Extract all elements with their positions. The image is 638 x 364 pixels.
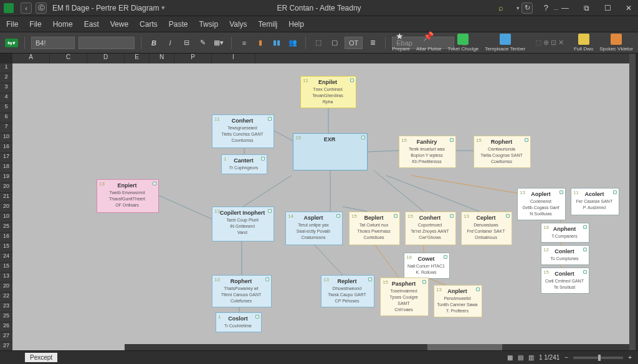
name-box[interactable]: B4! <box>31 37 75 49</box>
row-header-cell[interactable]: 3 <box>0 83 12 93</box>
row-header-cell[interactable]: 16 <box>0 143 12 153</box>
minimize-button[interactable]: — <box>558 4 572 12</box>
format-button[interactable]: ⊟ <box>180 37 193 49</box>
sheet-tab[interactable]: Pexcept <box>25 353 57 362</box>
menu-help[interactable]: Help <box>288 20 304 29</box>
row-header-cell[interactable]: 23 <box>0 302 12 312</box>
row-header-cell[interactable]: 5 <box>0 103 12 113</box>
entity-e15[interactable]: 18AnphentT.Companers <box>541 223 589 243</box>
row-header-cell[interactable]: 20 <box>0 282 12 292</box>
diagram-canvas[interactable]: 11EnpiletTnex ConhinedTevanGherdirasRpha… <box>12 63 629 350</box>
bold-button[interactable]: B <box>148 37 160 49</box>
rb-template[interactable]: Tempisace Tenber <box>485 34 525 52</box>
chart2-icon[interactable]: ▮▮ <box>270 37 283 49</box>
menu-twsip[interactable]: Twsip <box>199 20 218 29</box>
entity-e5[interactable]: 15FanhiryTenik imoeturt wasBopion Y wple… <box>399 136 456 168</box>
zoom-out-button[interactable]: − <box>564 354 568 361</box>
entity-e14[interactable]: 11AcolertFer Casesie SANTP. Aosbinnd <box>571 188 619 215</box>
zoom-in-button[interactable]: + <box>628 354 632 361</box>
menu-east[interactable]: East <box>84 20 99 29</box>
row-header-cell[interactable]: 10 <box>0 133 12 143</box>
ot-box[interactable]: OT <box>345 37 363 49</box>
entity-e9[interactable]: 14AsplertTerut ontipe yaxSeal-ectty Pova… <box>285 212 343 245</box>
rb-spoke[interactable]: Spokec Vkietor <box>599 34 633 52</box>
row-header-cell[interactable]: 6 <box>0 113 12 123</box>
row-header-cell[interactable]: 20 <box>0 183 12 193</box>
people-icon[interactable]: 👥 <box>287 37 299 49</box>
title-dropdown[interactable]: ▾ <box>161 4 165 12</box>
menu-valys[interactable]: Valys <box>229 20 247 29</box>
entity-e1[interactable]: 11EnpiletTnex ConhinedTevanGherdirasRpha <box>300 76 356 108</box>
row-header-cell[interactable]: 16 <box>0 233 12 243</box>
menu-paste[interactable]: Paste <box>169 20 188 29</box>
entity-e23[interactable]: 1CoslortTι Coohretime <box>216 312 262 332</box>
row-header-cell[interactable]: 25 <box>0 223 12 233</box>
entity-e8[interactable]: 13Copilert InophertTarst Coup PluritIN G… <box>212 207 274 241</box>
view-break-icon[interactable]: ▥ <box>528 354 534 361</box>
mode-indicator[interactable]: ⇆▾ <box>5 39 18 47</box>
entity-e20[interactable]: 13ReplertDhowstrweondTiwsk Caopo GARTCP … <box>321 275 374 307</box>
col-C[interactable]: C <box>50 54 87 63</box>
entity-e18[interactable]: 18CowetNall:Coriorr HTAC1K. Rollows <box>404 253 450 279</box>
menu-home[interactable]: Home <box>53 20 73 29</box>
entity-e2[interactable]: 11ConhertTewsgroeseardTietis Conchss GAN… <box>212 114 274 148</box>
row-header-cell[interactable]: 22 <box>0 292 12 302</box>
box-icon[interactable]: ▢ <box>328 37 341 49</box>
nav-forward-button[interactable]: Ⓒ <box>36 2 47 14</box>
nav-back-button[interactable]: ‹ <box>21 2 32 14</box>
row-header-cell[interactable]: 7 <box>0 123 12 133</box>
row-header-cell[interactable]: 10 <box>0 213 12 223</box>
row-header-cell[interactable]: 24 <box>0 253 12 263</box>
view-normal-icon[interactable]: ▦ <box>507 354 513 361</box>
italic-button[interactable]: I <box>164 37 176 49</box>
row-header-cell[interactable]: 4 <box>0 93 12 103</box>
menu-file[interactable]: File <box>6 20 18 29</box>
row-header-cell[interactable]: 19 <box>0 173 12 183</box>
col-N[interactable]: N <box>150 54 174 63</box>
row-header-cell[interactable]: 15 <box>0 263 12 273</box>
row-header-cell[interactable]: 21 <box>0 193 12 203</box>
restore-button[interactable]: ⧉ <box>579 4 593 12</box>
rb-pin[interactable]: 📌Allar Plutse <box>416 34 441 52</box>
list-icon[interactable]: ≣ <box>366 37 379 49</box>
close-button[interactable]: ✕ <box>622 4 636 12</box>
chart-icon[interactable]: ▮ <box>254 37 267 49</box>
rb-ticket[interactable]: Tvket Chodge <box>447 34 478 52</box>
menu-carts[interactable]: Carts <box>140 20 158 29</box>
col-D[interactable]: D <box>87 54 125 63</box>
row-header-cell[interactable]: 26 <box>0 322 12 332</box>
menu-teml[interactable]: Temilj <box>259 20 278 29</box>
row-header-cell[interactable]: 27 <box>0 332 12 342</box>
row-header-cell[interactable]: 17 <box>0 153 12 163</box>
row-header-cell[interactable]: 2 <box>0 73 12 83</box>
row-header-cell[interactable]: 1 <box>0 63 12 73</box>
entity-e19[interactable]: 13RophertThatsPowaney wtTttnni Canuss GA… <box>212 275 272 307</box>
col-E[interactable]: E <box>125 54 150 63</box>
entity-e12[interactable]: 13CeplertDenowstuwsFre'Contaner SAKTOnts… <box>461 212 512 245</box>
row-header-cell[interactable]: 25 <box>0 312 12 322</box>
maximize-button[interactable]: ☐ <box>601 4 614 12</box>
view-page-icon[interactable]: ▤ <box>518 354 523 361</box>
menu-view[interactable]: Vewe <box>110 20 128 29</box>
help-icon[interactable]: ? <box>544 3 548 12</box>
vertical-scrollbar[interactable] <box>629 54 636 350</box>
refresh-button[interactable]: ↻ <box>521 2 533 14</box>
entity-e7[interactable]: 13EnpiertTwetb EnvewsrnntThavsfGunitThee… <box>97 179 159 213</box>
entity-e10[interactable]: 15BeplertTat Cwtunt nuxTholes PwerhassCo… <box>349 212 400 245</box>
rb-prepare[interactable]: ★Prepare <box>393 34 410 52</box>
fill-color-button[interactable]: ▦▾ <box>212 37 225 49</box>
entity-e13[interactable]: 13AoplertCodenenstGvtib.Cogass GanfN Sod… <box>517 188 566 220</box>
col-A[interactable]: A <box>12 54 50 63</box>
horizontal-scrollbar[interactable] <box>125 344 629 350</box>
entity-e3[interactable]: 1CantertTr Cophngeors <box>221 154 267 174</box>
row-header-cell[interactable]: 13 <box>0 273 12 282</box>
row-header-cell[interactable]: 20 <box>0 203 12 213</box>
rb-full[interactable]: Full Dwo <box>574 34 593 52</box>
entity-e6[interactable]: 15RophertCwntwuriorsiaTietia Coognse SAN… <box>474 136 531 168</box>
entity-e4[interactable]: 15EXR <box>293 133 368 170</box>
row-header-cell[interactable]: 18 <box>0 163 12 173</box>
undo-button[interactable]: ⬚ <box>312 37 325 49</box>
entity-e22[interactable]: 13AnplertPenotmoeetidTonith Canmer SawaT… <box>434 285 482 317</box>
menu-file2[interactable]: File <box>29 20 41 29</box>
font-select[interactable] <box>79 37 135 49</box>
